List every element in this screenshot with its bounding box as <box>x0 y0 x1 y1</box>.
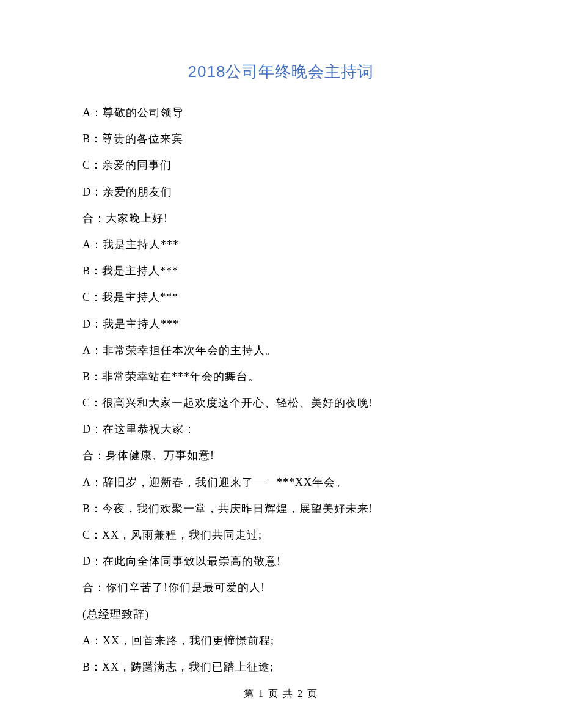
script-line: B：今夜，我们欢聚一堂，共庆昨日辉煌，展望美好未来! <box>82 496 480 522</box>
script-line: D：在这里恭祝大家： <box>82 416 480 443</box>
script-line: D：在此向全体同事致以最崇高的敬意! <box>82 548 480 575</box>
script-line: (总经理致辞) <box>82 601 480 628</box>
script-line: 合：你们辛苦了!你们是最可爱的人! <box>82 575 480 601</box>
script-line: A：辞旧岁，迎新春，我们迎来了——***XX年会。 <box>82 469 480 496</box>
page-footer: 第 1 页 共 2 页 <box>0 688 562 700</box>
script-line: A：尊敬的公司领导 <box>82 100 480 126</box>
script-line: A：我是主持人*** <box>82 232 480 258</box>
script-line: B：XX，踌躇满志，我们已踏上征途; <box>82 654 480 680</box>
script-line: C：我是主持人*** <box>82 284 480 311</box>
script-line: C：很高兴和大家一起欢度这个开心、轻松、美好的夜晚! <box>82 390 480 416</box>
script-line: A：非常荣幸担任本次年会的主持人。 <box>82 337 480 364</box>
script-line: B：非常荣幸站在***年会的舞台。 <box>82 364 480 390</box>
script-line: 合：身体健康、万事如意! <box>82 443 480 469</box>
script-line: C：XX，风雨兼程，我们共同走过; <box>82 522 480 548</box>
document-body: A：尊敬的公司领导B：尊贵的各位来宾C：亲爱的同事们D：亲爱的朋友们合：大家晚上… <box>82 100 480 680</box>
script-line: A：XX，回首来路，我们更憧憬前程; <box>82 628 480 654</box>
script-line: D：我是主持人*** <box>82 311 480 337</box>
script-line: B：尊贵的各位来宾 <box>82 126 480 152</box>
document-title: 2018公司年终晚会主持词 <box>82 61 480 83</box>
script-line: 合：大家晚上好! <box>82 205 480 232</box>
script-line: C：亲爱的同事们 <box>82 152 480 178</box>
script-line: D：亲爱的朋友们 <box>82 179 480 205</box>
script-line: B：我是主持人*** <box>82 258 480 284</box>
